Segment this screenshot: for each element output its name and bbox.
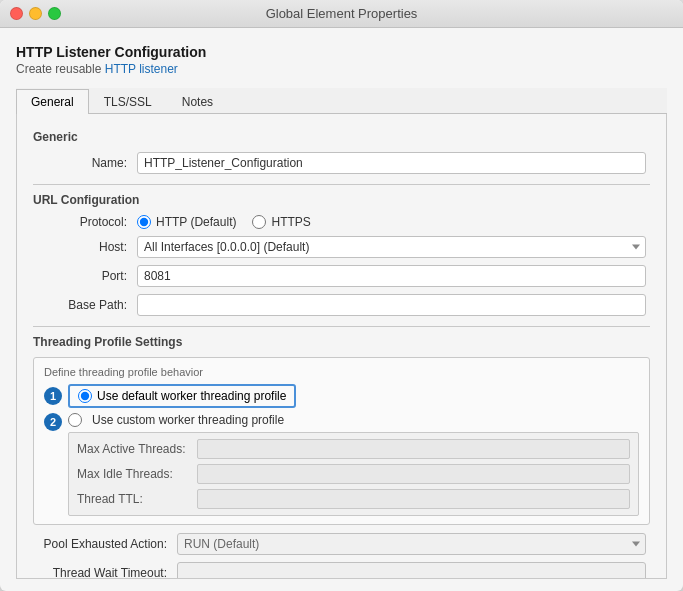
name-field-row: Name: <box>33 152 650 174</box>
max-idle-label: Max Idle Threads: <box>77 467 197 481</box>
threading-section: Define threading profile behavior 1 Use … <box>33 357 650 525</box>
host-select-wrapper: All Interfaces [0.0.0.0] (Default) <box>137 236 646 258</box>
badge-1: 1 <box>44 387 62 405</box>
maximize-button[interactable] <box>48 7 61 20</box>
port-input[interactable] <box>137 265 646 287</box>
threading-option1-row: 1 Use default worker threading profile <box>44 384 639 408</box>
threading-sublabel: Define threading profile behavior <box>44 366 639 378</box>
port-field-row: Port: <box>33 265 650 287</box>
pool-exhausted-label: Pool Exhausted Action: <box>37 537 177 551</box>
host-select[interactable]: All Interfaces [0.0.0.0] (Default) <box>137 236 646 258</box>
use-custom-threading-option[interactable]: Use custom worker threading profile <box>68 413 639 427</box>
protocol-http-radio[interactable] <box>137 215 151 229</box>
protocol-label: Protocol: <box>37 215 137 229</box>
tab-general[interactable]: General <box>16 89 89 114</box>
pool-exhausted-select[interactable]: RUN (Default) <box>177 533 646 555</box>
thread-wait-input[interactable] <box>177 562 646 579</box>
tab-tls-ssl[interactable]: TLS/SSL <box>89 89 167 114</box>
basepath-input[interactable] <box>137 294 646 316</box>
protocol-http-option[interactable]: HTTP (Default) <box>137 215 236 229</box>
thread-ttl-label: Thread TTL: <box>77 492 197 506</box>
basepath-field-row: Base Path: <box>33 294 650 316</box>
close-button[interactable] <box>10 7 23 20</box>
protocol-https-label: HTTPS <box>271 215 310 229</box>
max-active-row: Max Active Threads: <box>77 439 630 459</box>
thread-ttl-row: Thread TTL: <box>77 489 630 509</box>
custom-threading-container: Use custom worker threading profile Max … <box>68 413 639 516</box>
use-default-threading-radio[interactable] <box>78 389 92 403</box>
max-active-label: Max Active Threads: <box>77 442 197 456</box>
page-title: HTTP Listener Configuration <box>16 44 667 60</box>
thread-wait-row: Thread Wait Timeout: <box>33 562 650 579</box>
generic-section-label: Generic <box>33 130 650 144</box>
host-label: Host: <box>37 240 137 254</box>
url-config-section-label: URL Configuration <box>33 193 650 207</box>
pool-select-wrapper: RUN (Default) <box>177 533 646 555</box>
titlebar: Global Element Properties <box>0 0 683 28</box>
main-content: HTTP Listener Configuration Create reusa… <box>0 28 683 591</box>
thread-ttl-input[interactable] <box>197 489 630 509</box>
divider-1 <box>33 184 650 185</box>
use-custom-threading-radio[interactable] <box>68 413 82 427</box>
use-custom-threading-label: Use custom worker threading profile <box>92 413 284 427</box>
port-label: Port: <box>37 269 137 283</box>
protocol-group: HTTP (Default) HTTPS <box>137 215 311 229</box>
window-title: Global Element Properties <box>266 6 418 21</box>
divider-2 <box>33 326 650 327</box>
name-label: Name: <box>37 156 137 170</box>
tab-bar: General TLS/SSL Notes <box>16 88 667 114</box>
page-subtitle: Create reusable HTTP listener <box>16 62 667 76</box>
form-area: Generic Name: URL Configuration Protocol… <box>16 114 667 579</box>
name-input[interactable] <box>137 152 646 174</box>
subtitle-link[interactable]: HTTP listener <box>105 62 178 76</box>
custom-threading-box: Max Active Threads: Max Idle Threads: Th… <box>68 432 639 516</box>
max-active-input[interactable] <box>197 439 630 459</box>
host-field-row: Host: All Interfaces [0.0.0.0] (Default) <box>33 236 650 258</box>
protocol-https-option[interactable]: HTTPS <box>252 215 310 229</box>
protocol-field-row: Protocol: HTTP (Default) HTTPS <box>33 215 650 229</box>
threading-section-label: Threading Profile Settings <box>33 335 650 349</box>
minimize-button[interactable] <box>29 7 42 20</box>
use-default-threading-label: Use default worker threading profile <box>97 389 286 403</box>
badge-2: 2 <box>44 413 62 431</box>
protocol-http-label: HTTP (Default) <box>156 215 236 229</box>
thread-wait-label: Thread Wait Timeout: <box>37 566 177 579</box>
basepath-label: Base Path: <box>37 298 137 312</box>
window: Global Element Properties HTTP Listener … <box>0 0 683 591</box>
max-idle-input[interactable] <box>197 464 630 484</box>
use-default-threading-option[interactable]: Use default worker threading profile <box>68 384 296 408</box>
pool-exhausted-row: Pool Exhausted Action: RUN (Default) <box>33 533 650 555</box>
window-controls <box>10 7 61 20</box>
max-idle-row: Max Idle Threads: <box>77 464 630 484</box>
tab-notes[interactable]: Notes <box>167 89 228 114</box>
protocol-https-radio[interactable] <box>252 215 266 229</box>
